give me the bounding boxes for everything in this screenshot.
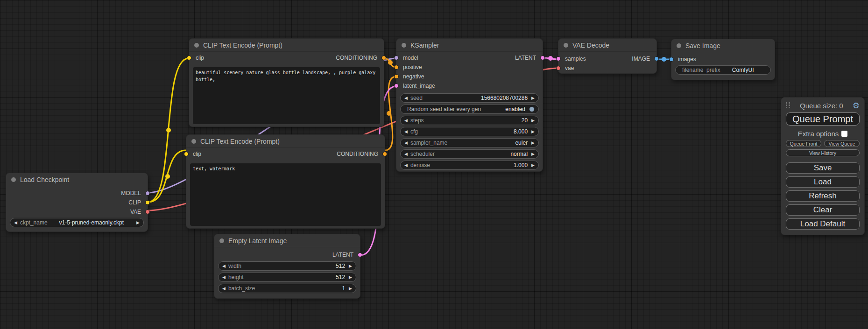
increment-arrow-icon[interactable]: ▶ [349, 287, 352, 291]
decrement-arrow-icon[interactable]: ◀ [404, 130, 408, 134]
denoise-widget[interactable]: ◀ denoise 1.000 ▶ [400, 161, 539, 170]
widget-value: normal [438, 151, 528, 157]
node-clip-text-encode-positive[interactable]: CLIP Text Encode (Prompt) clip CONDITION… [189, 38, 384, 127]
widget-label: cfg [410, 128, 418, 135]
node-title-bar[interactable]: VAE Decode [558, 39, 656, 52]
widget-value: 512 [247, 274, 345, 280]
conditioning-output-slot[interactable] [381, 56, 386, 60]
clip-input-slot[interactable] [187, 56, 191, 60]
images-input-slot[interactable] [669, 57, 674, 62]
increment-arrow-icon[interactable]: ▶ [531, 130, 535, 134]
increment-arrow-icon[interactable]: ▶ [531, 96, 535, 100]
load-button[interactable]: Load [786, 176, 860, 188]
node-vae-decode[interactable]: VAE Decode samples IMAGE vae [558, 38, 657, 74]
link-midpoint-dot [387, 111, 391, 116]
widget-label: steps [410, 117, 424, 124]
negative-input-slot[interactable] [394, 74, 399, 79]
widget-value: enabled [484, 106, 525, 112]
link-midpoint-dot [662, 57, 666, 62]
model-output-slot[interactable] [145, 191, 150, 196]
decrement-arrow-icon[interactable]: ◀ [14, 221, 17, 225]
positive-input-slot[interactable] [394, 65, 399, 70]
decrement-arrow-icon[interactable]: ◀ [222, 287, 226, 291]
collapse-dot-icon[interactable] [194, 43, 199, 48]
link-midpoint-dot [388, 60, 393, 65]
scheduler-widget[interactable]: ◀ scheduler normal ▶ [400, 149, 539, 159]
decrement-arrow-icon[interactable]: ◀ [404, 152, 408, 156]
widget-value: 512 [244, 263, 345, 269]
vae-input-slot[interactable] [556, 66, 561, 70]
refresh-button[interactable]: Refresh [786, 190, 860, 202]
decrement-arrow-icon[interactable]: ◀ [404, 163, 408, 168]
node-clip-text-encode-negative[interactable]: CLIP Text Encode (Prompt) clip CONDITION… [186, 134, 385, 229]
decrement-arrow-icon[interactable]: ◀ [404, 96, 408, 100]
node-ksampler[interactable]: KSampler model LATENT positive negative … [396, 38, 543, 172]
batch-size-widget[interactable]: ◀ batch_size 1 ▶ [218, 284, 356, 293]
latent-output-slot[interactable] [540, 56, 545, 60]
node-save-image[interactable]: Save Image images filename_prefix ComfyU… [671, 39, 775, 80]
increment-arrow-icon[interactable]: ▶ [349, 264, 352, 268]
node-title-bar[interactable]: Empty Latent Image [214, 234, 360, 247]
node-title-bar[interactable]: Load Checkpoint [6, 173, 148, 186]
height-widget[interactable]: ◀ height 512 ▶ [218, 273, 356, 282]
latent-image-input-slot[interactable] [394, 84, 399, 88]
node-title-bar[interactable]: CLIP Text Encode (Prompt) [186, 135, 385, 148]
prompt-textarea[interactable]: beautiful scenery nature glass bottle la… [193, 67, 380, 124]
width-widget[interactable]: ◀ width 512 ▶ [218, 261, 356, 271]
collapse-dot-icon[interactable] [564, 43, 568, 48]
load-default-button[interactable]: Load Default [786, 218, 860, 230]
clip-output-slot[interactable] [145, 200, 150, 205]
samples-input-slot[interactable] [556, 56, 561, 61]
node-load-checkpoint[interactable]: Load Checkpoint MODEL CLIP VAE ◀ ckpt_na… [6, 173, 148, 232]
clip-input-slot[interactable] [184, 152, 189, 156]
node-title-bar[interactable]: Save Image [671, 39, 775, 52]
increment-arrow-icon[interactable]: ▶ [531, 141, 535, 145]
toggle-dot-icon[interactable] [529, 106, 535, 112]
vae-output-slot[interactable] [145, 210, 150, 214]
settings-gear-icon[interactable]: ⚙ [853, 102, 860, 110]
widget-label: seed [410, 95, 423, 101]
decrement-arrow-icon[interactable]: ◀ [404, 119, 408, 123]
increment-arrow-icon[interactable]: ▶ [349, 275, 352, 280]
extra-options-checkbox[interactable] [841, 131, 847, 137]
prompt-textarea[interactable]: text, watermark [190, 163, 381, 226]
view-queue-button[interactable]: View Queue [824, 140, 860, 147]
collapse-dot-icon[interactable] [11, 177, 16, 182]
ckpt-name-widget[interactable]: ◀ ckpt_name v1-5-pruned-emaonly.ckpt ▶ [10, 218, 144, 227]
output-label: LATENT [515, 55, 543, 61]
random-seed-toggle-widget[interactable]: Random seed after every gen enabled [400, 105, 539, 114]
decrement-arrow-icon[interactable]: ◀ [222, 264, 226, 268]
save-button[interactable]: Save [786, 162, 860, 174]
conditioning-output-slot[interactable] [382, 152, 387, 156]
sampler-name-widget[interactable]: ◀ sampler_name euler ▶ [400, 138, 539, 147]
node-empty-latent-image[interactable]: Empty Latent Image LATENT ◀ width 512 ▶ … [214, 234, 360, 299]
collapse-dot-icon[interactable] [191, 139, 196, 144]
node-title: Load Checkpoint [20, 176, 69, 183]
decrement-arrow-icon[interactable]: ◀ [222, 275, 226, 280]
seed-widget[interactable]: ◀ seed 156680208700286 ▶ [400, 93, 539, 103]
collapse-dot-icon[interactable] [402, 43, 406, 48]
widget-label: batch_size [228, 285, 255, 292]
increment-arrow-icon[interactable]: ▶ [531, 152, 535, 156]
latent-output-slot[interactable] [358, 252, 362, 257]
node-title-bar[interactable]: CLIP Text Encode (Prompt) [189, 39, 384, 52]
image-output-slot[interactable] [654, 56, 659, 61]
node-title-bar[interactable]: KSampler [396, 39, 543, 52]
node-title: KSampler [410, 42, 439, 49]
increment-arrow-icon[interactable]: ▶ [531, 119, 535, 123]
view-history-button[interactable]: View History [786, 149, 860, 156]
filename-prefix-widget[interactable]: filename_prefix ComfyUI [675, 65, 771, 75]
collapse-dot-icon[interactable] [677, 43, 681, 48]
steps-widget[interactable]: ◀ steps 20 ▶ [400, 116, 539, 125]
queue-front-button[interactable]: Queue Front [786, 140, 821, 147]
increment-arrow-icon[interactable]: ▶ [136, 221, 140, 225]
node-title: Empty Latent Image [228, 237, 287, 245]
increment-arrow-icon[interactable]: ▶ [531, 163, 535, 168]
collapse-dot-icon[interactable] [219, 238, 224, 243]
model-input-slot[interactable] [394, 56, 399, 60]
queue-prompt-button[interactable]: Queue Prompt [786, 112, 860, 126]
cfg-widget[interactable]: ◀ cfg 8.000 ▶ [400, 127, 539, 136]
clear-button[interactable]: Clear [786, 204, 860, 216]
drag-handle-icon[interactable] [786, 102, 790, 109]
decrement-arrow-icon[interactable]: ◀ [404, 141, 408, 145]
